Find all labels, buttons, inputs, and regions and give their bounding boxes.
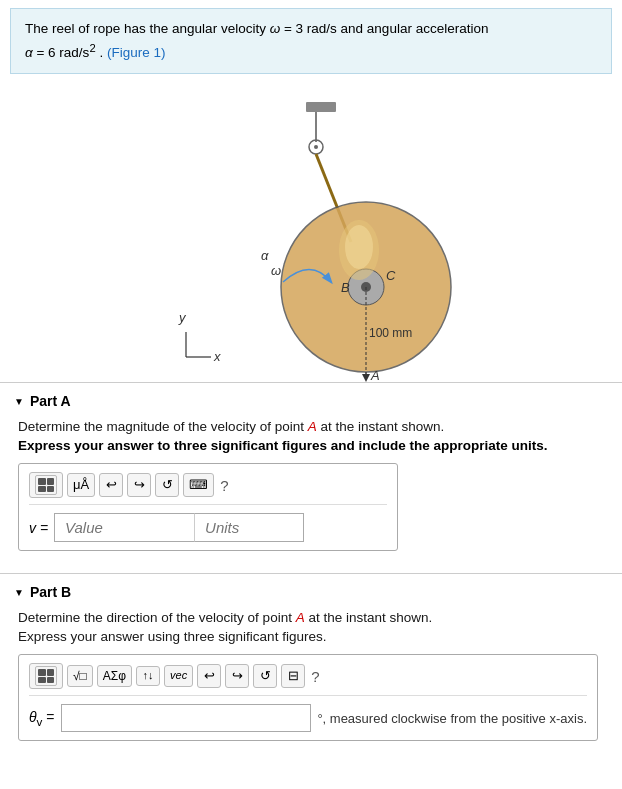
svg-point-3 <box>314 145 318 149</box>
part-b-keyboard-button[interactable]: ⊟ <box>281 664 305 688</box>
refresh-button[interactable]: ↺ <box>155 473 179 497</box>
updown-button[interactable]: ↑↓ <box>136 666 160 685</box>
problem-text: The reel of rope has the angular velocit… <box>25 21 488 60</box>
mu-icon: μÅ <box>73 477 89 492</box>
part-a-body: Determine the magnitude of the velocity … <box>14 419 608 551</box>
grid-icon-button[interactable] <box>29 472 63 498</box>
part-b-answer-box: √□ AΣφ ↑↓ vec ↩ ↪ ↺ ⊟ ? <box>18 654 598 741</box>
svg-rect-0 <box>306 102 336 112</box>
part-a-input-label: v = <box>29 520 48 536</box>
undo-button[interactable]: ↩ <box>99 473 123 497</box>
svg-text:C: C <box>386 268 396 283</box>
part-a-arrow: ▼ <box>14 396 24 407</box>
part-a-label: Part A <box>30 393 71 409</box>
figure-link[interactable]: (Figure 1) <box>107 45 166 60</box>
vec-button[interactable]: vec <box>164 665 193 686</box>
svg-marker-14 <box>362 374 370 382</box>
svg-text:A: A <box>370 368 380 382</box>
figure-diagram: B C A 100 mm α ω y x <box>111 92 511 382</box>
part-b-undo-button[interactable]: ↩ <box>197 664 221 688</box>
part-b-input-row: θv = °, measured clockwise from the posi… <box>29 704 587 732</box>
part-b-instruction1: Determine the direction of the velocity … <box>18 610 604 625</box>
keyboard-button[interactable]: ⌨ <box>183 473 214 497</box>
part-b-input-suffix: °, measured clockwise from the positive … <box>317 711 587 726</box>
grid-icon <box>35 475 57 495</box>
svg-text:x: x <box>213 349 221 364</box>
part-b-point: A <box>296 610 305 625</box>
part-a-header[interactable]: ▼ Part A <box>14 393 608 409</box>
svg-text:y: y <box>178 310 187 325</box>
part-b-grid-icon <box>35 666 57 686</box>
part-b-redo-button[interactable]: ↪ <box>225 664 249 688</box>
part-a-section: ▼ Part A Determine the magnitude of the … <box>0 382 622 565</box>
redo-button[interactable]: ↪ <box>127 473 151 497</box>
svg-point-9 <box>345 225 373 269</box>
help-icon[interactable]: ? <box>220 477 228 494</box>
part-b-refresh-button[interactable]: ↺ <box>253 664 277 688</box>
part-b-input-label: θv = <box>29 709 55 728</box>
svg-text:α: α <box>261 248 269 263</box>
problem-statement: The reel of rope has the angular velocit… <box>10 8 612 74</box>
part-b-grid-button[interactable] <box>29 663 63 689</box>
part-a-point: A <box>308 419 317 434</box>
part-b-body: Determine the direction of the velocity … <box>14 610 608 741</box>
part-b-value-input[interactable] <box>61 704 312 732</box>
part-b-toolbar: √□ AΣφ ↑↓ vec ↩ ↪ ↺ ⊟ ? <box>29 663 587 696</box>
part-a-toolbar: μÅ ↩ ↪ ↺ ⌨ ? <box>29 472 387 505</box>
svg-text:B: B <box>341 280 350 295</box>
part-b-arrow: ▼ <box>14 587 24 598</box>
part-a-instruction1: Determine the magnitude of the velocity … <box>18 419 604 434</box>
part-b-header[interactable]: ▼ Part B <box>14 584 608 600</box>
svg-text:100 mm: 100 mm <box>369 326 412 340</box>
part-b-label: Part B <box>30 584 71 600</box>
mu-button[interactable]: μÅ <box>67 473 95 497</box>
part-a-answer-box: μÅ ↩ ↪ ↺ ⌨ ? v = <box>18 463 398 551</box>
part-b-help-icon[interactable]: ? <box>311 668 319 685</box>
figure-area: B C A 100 mm α ω y x <box>0 82 622 382</box>
sqrt-button[interactable]: √□ <box>67 665 93 688</box>
part-a-input-row: v = <box>29 513 387 542</box>
part-b-section: ▼ Part B Determine the direction of the … <box>0 573 622 755</box>
svg-text:ω: ω <box>271 263 281 278</box>
asigma-button[interactable]: AΣφ <box>97 665 132 688</box>
part-a-value-input[interactable] <box>54 513 194 542</box>
part-a-units-input[interactable] <box>194 513 304 542</box>
part-a-instruction2: Express your answer to three significant… <box>18 438 604 453</box>
part-b-instruction2: Express your answer using three signific… <box>18 629 604 644</box>
